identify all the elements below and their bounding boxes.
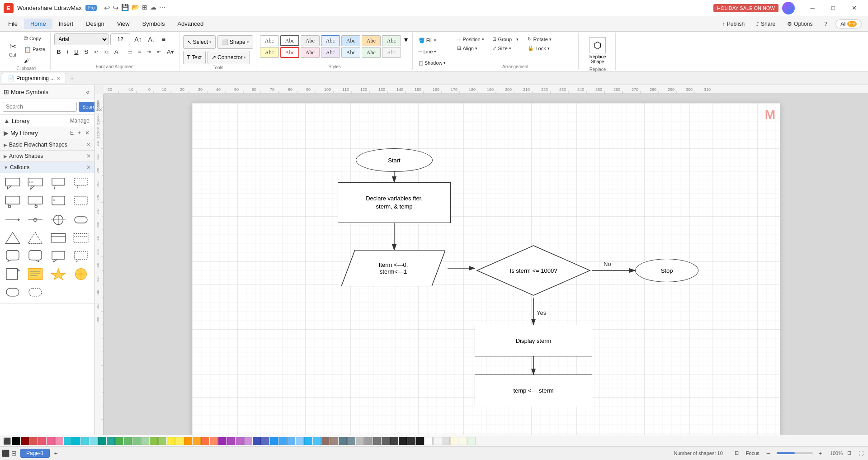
callout-shape-1[interactable]	[3, 175, 23, 192]
my-library-add-btn[interactable]: +	[76, 129, 82, 137]
shape-stop[interactable]: Stop	[635, 259, 698, 282]
color-swatch-orange[interactable]	[201, 437, 209, 445]
color-swatch-blue4[interactable]	[296, 437, 304, 445]
color-swatch-green2[interactable]	[124, 437, 132, 445]
color-swatch-gray4[interactable]	[382, 437, 390, 445]
group-btn[interactable]: ⊡ Group - ▾	[490, 35, 522, 43]
arrow-shapes-header[interactable]: ▶ Arrow Shapes ✕	[0, 151, 94, 161]
line-btn[interactable]: ─ Line ▾	[416, 47, 448, 57]
callout-shape-24[interactable]	[71, 266, 91, 282]
style-swatch-4[interactable]: Abc	[321, 35, 340, 46]
position-btn[interactable]: ⊹ Position ▾	[455, 35, 486, 43]
fill-color-btn[interactable]: A▾	[165, 47, 176, 57]
outdent-btn[interactable]: ⇤	[155, 47, 163, 57]
menu-view[interactable]: View	[111, 19, 136, 29]
bullet-list-btn[interactable]: ☰	[126, 47, 135, 57]
indent-btn[interactable]: ⇥	[145, 47, 153, 57]
style-swatch-14[interactable]: Abc	[382, 47, 401, 58]
color-swatch-indigo2[interactable]	[261, 437, 269, 445]
strikethrough-btn[interactable]: S	[82, 47, 91, 57]
ai-btn[interactable]: AI hot	[835, 19, 862, 28]
callouts-header[interactable]: ▼ Callouts ✕	[0, 162, 94, 173]
shape-start[interactable]: Start	[356, 148, 433, 172]
color-swatch-cream[interactable]	[450, 437, 458, 445]
color-swatch-amber[interactable]	[184, 437, 192, 445]
callout-shape-20[interactable]	[71, 248, 91, 264]
font-select[interactable]: Arial	[54, 33, 108, 45]
color-swatch-blue3[interactable]	[287, 437, 295, 445]
zoom-slider[interactable]	[777, 452, 813, 454]
color-swatch-bluegray2[interactable]	[347, 437, 355, 445]
callout-shape-21[interactable]	[3, 266, 23, 282]
callout-shape-23[interactable]	[48, 266, 68, 282]
align-arrange-btn[interactable]: ⊟ Align ▾	[455, 44, 486, 52]
subscript-btn[interactable]: x₂	[102, 47, 111, 57]
color-swatch-gray1[interactable]	[356, 437, 364, 445]
connector-btn[interactable]: ↗ Connector ▾	[208, 51, 250, 64]
style-swatch-3[interactable]: Abc	[301, 35, 320, 46]
color-swatch-cyan[interactable]	[64, 437, 72, 445]
color-swatch-brown[interactable]	[321, 437, 330, 445]
color-swatch-darkgray[interactable]	[407, 437, 415, 445]
redo-btn[interactable]: ↪	[113, 4, 118, 12]
callout-shape-14[interactable]	[25, 230, 45, 246]
color-swatch-limegreen[interactable]	[150, 437, 158, 445]
my-library-section[interactable]: ▶ My Library E + ✕	[0, 127, 94, 139]
color-swatch-cyan3[interactable]	[81, 437, 89, 445]
color-swatch-gray5[interactable]	[390, 437, 398, 445]
align-btn[interactable]: ≡	[160, 34, 168, 44]
style-swatch-11[interactable]: Abc	[321, 47, 340, 58]
arrow-shapes-remove-btn[interactable]: ✕	[86, 153, 91, 159]
menu-insert[interactable]: Insert	[52, 19, 80, 29]
callout-shape-2[interactable]: ≡ ≡	[25, 175, 45, 192]
color-swatch-yellow[interactable]	[167, 437, 175, 445]
publish-btn[interactable]: ↑ Publish	[719, 19, 748, 28]
style-swatch-2[interactable]: Abc	[280, 35, 299, 46]
save-btn[interactable]: 💾	[121, 4, 129, 12]
color-swatch-green4[interactable]	[141, 437, 149, 445]
my-library-import-btn[interactable]: E	[69, 129, 75, 137]
text-btn[interactable]: T Text	[183, 51, 206, 64]
color-tool-picker[interactable]: ⬛	[2, 436, 12, 446]
color-swatch-limegreen2[interactable]	[158, 437, 166, 445]
color-swatch-red2[interactable]	[38, 437, 46, 445]
font-size-input[interactable]	[110, 33, 130, 45]
color-swatch-blue2[interactable]	[278, 437, 287, 445]
color-swatch-gray6[interactable]	[399, 437, 407, 445]
shadow-btn[interactable]: ◫ Shadow ▾	[416, 58, 448, 68]
callout-shape-3[interactable]	[48, 175, 68, 192]
callout-shape-6[interactable]	[25, 194, 45, 210]
style-swatch-13[interactable]: Abc	[362, 47, 381, 58]
menu-symbols[interactable]: Symbols	[136, 19, 171, 29]
style-swatch-10[interactable]: Abc	[301, 47, 320, 58]
fill-btn[interactable]: 🪣 Fill ▾	[416, 35, 448, 45]
style-expand-btn[interactable]: ▾	[402, 35, 410, 46]
callout-shape-13[interactable]	[3, 230, 23, 246]
color-swatch-red[interactable]	[29, 437, 38, 445]
zoom-fit-btn[interactable]: ⊡	[844, 449, 854, 457]
color-swatch-purple3[interactable]	[236, 437, 244, 445]
close-btn[interactable]: ✕	[844, 0, 864, 16]
tab-programming[interactable]: 📄 Programming ... ✕	[2, 73, 66, 83]
callout-shape-19[interactable]	[48, 248, 68, 264]
rotate-btn[interactable]: ↻ Rotate ▾	[525, 35, 557, 43]
user-avatar[interactable]	[782, 2, 795, 14]
text-color-btn[interactable]: A	[112, 47, 121, 57]
callout-shape-16[interactable]	[71, 230, 91, 246]
template-btn[interactable]: ⊞	[142, 4, 147, 12]
callout-shape-22[interactable]	[25, 266, 45, 282]
numbered-list-btn[interactable]: ≡	[136, 47, 143, 57]
color-swatch-black[interactable]	[12, 437, 20, 445]
callout-shape-25[interactable]	[3, 284, 23, 300]
shape-decision[interactable]: Is sterm <= 1000?	[475, 243, 592, 298]
add-tab-btn[interactable]: +	[67, 73, 77, 83]
color-swatch-white[interactable]	[425, 437, 433, 445]
callout-shape-17[interactable]	[3, 248, 23, 264]
color-swatch-green[interactable]	[115, 437, 123, 445]
callouts-remove-btn[interactable]: ✕	[86, 164, 91, 171]
color-swatch-yellow2[interactable]	[175, 437, 184, 445]
maximize-btn[interactable]: □	[823, 0, 844, 16]
help-btn[interactable]: ?	[821, 19, 831, 28]
callout-shape-10[interactable]	[25, 212, 45, 228]
color-swatch-e0[interactable]	[442, 437, 450, 445]
